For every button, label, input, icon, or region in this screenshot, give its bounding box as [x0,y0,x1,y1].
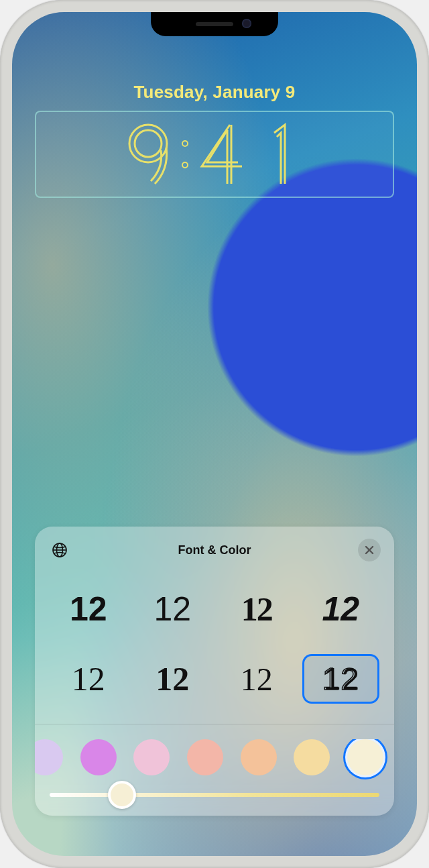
svg-point-1 [135,130,162,157]
panel-title: Font & Color [178,543,251,557]
font-option-4[interactable]: 12 [302,584,380,634]
lockscreen-date[interactable]: Tuesday, January 9 [12,82,417,103]
clock-colon [180,140,190,168]
globe-button[interactable] [48,539,71,561]
font-option-6[interactable]: 12 [134,654,212,704]
color-swatch-3[interactable] [133,739,170,775]
font-option-7[interactable]: 12 [218,654,296,704]
tint-slider[interactable] [35,793,394,797]
font-color-panel: Font & Color 1212121212121212 [35,527,394,816]
font-option-5[interactable]: 12 [50,654,127,704]
color-swatch-4[interactable] [187,739,223,775]
color-swatch-7[interactable] [347,739,383,775]
panel-header: Font & Color [35,539,394,561]
slider-track [50,793,379,797]
clock-digit-4 [195,121,249,188]
font-option-3[interactable]: 12 [218,584,296,634]
font-option-8[interactable]: 12 [302,654,380,704]
iphone-device-frame: Tuesday, January 9 [0,0,429,868]
color-swatch-2[interactable] [80,739,117,775]
lockscreen-clock[interactable] [35,111,394,198]
clock-time [121,121,308,188]
screen: Tuesday, January 9 [12,12,417,856]
clock-digit-9 [121,121,175,188]
notch [151,12,278,36]
color-swatch-5[interactable] [241,739,277,775]
font-option-2[interactable]: 12 [134,584,212,634]
font-option-1[interactable]: 12 [50,584,127,634]
close-button[interactable] [358,539,381,561]
color-swatch-1[interactable] [35,739,63,775]
close-icon [365,545,374,555]
front-camera [242,19,251,28]
globe-icon [52,542,68,558]
speaker-grille [196,22,233,26]
color-swatch-row[interactable] [35,739,394,793]
font-grid: 1212121212121212 [35,584,394,724]
clock-digit-1 [254,121,308,188]
slider-thumb[interactable] [108,781,136,809]
panel-divider [35,724,394,724]
color-swatch-6[interactable] [294,739,330,775]
